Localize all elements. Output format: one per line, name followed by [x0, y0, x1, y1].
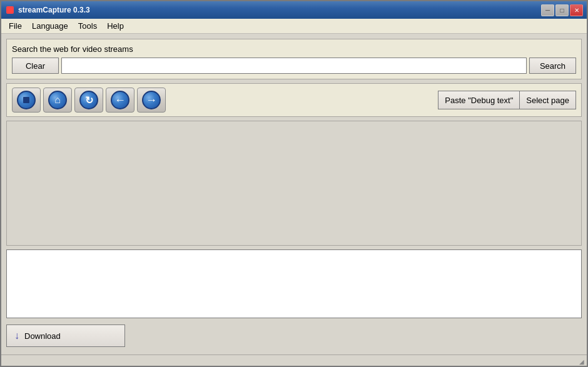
- stop-icon: [17, 91, 36, 109]
- back-icon: ←: [111, 91, 129, 109]
- download-section: ↓ Download: [6, 322, 582, 349]
- title-bar: streamCapture 0.3.3 ─ □ ✕: [1, 1, 587, 19]
- refresh-symbol: ↻: [85, 94, 93, 106]
- title-bar-left: streamCapture 0.3.3: [5, 5, 90, 15]
- select-page-button[interactable]: Select page: [520, 91, 576, 109]
- search-button[interactable]: Search: [529, 58, 576, 74]
- refresh-icon: ↻: [79, 91, 98, 109]
- menu-language[interactable]: Language: [27, 20, 73, 32]
- forward-symbol: →: [146, 94, 157, 107]
- title-bar-buttons: ─ □ ✕: [541, 4, 583, 16]
- home-icon: ⌂: [48, 91, 67, 109]
- menu-tools[interactable]: Tools: [73, 20, 102, 32]
- menu-help[interactable]: Help: [102, 20, 129, 32]
- window-title: streamCapture 0.3.3: [18, 6, 90, 14]
- search-row: Clear Search: [12, 58, 576, 74]
- toolbar-section: ⌂ ↻ ← →: [6, 83, 582, 117]
- back-button[interactable]: ←: [106, 88, 134, 113]
- download-icon: ↓: [14, 330, 19, 341]
- download-button[interactable]: ↓ Download: [6, 324, 125, 347]
- main-window: streamCapture 0.3.3 ─ □ ✕ File Language …: [0, 0, 588, 367]
- close-button[interactable]: ✕: [570, 4, 583, 16]
- back-symbol: ←: [114, 94, 126, 107]
- toolbar-right-buttons: Paste "Debug text" Select page: [438, 91, 576, 109]
- main-content: Search the web for video streams Clear S…: [1, 34, 587, 354]
- status-bar: ◢: [1, 354, 587, 366]
- app-icon: [5, 5, 15, 15]
- paste-debug-button[interactable]: Paste "Debug text": [438, 91, 520, 109]
- menu-file[interactable]: File: [4, 20, 27, 32]
- download-label: Download: [24, 331, 61, 341]
- stop-button[interactable]: [12, 88, 41, 113]
- forward-button[interactable]: →: [137, 88, 166, 113]
- stop-icon-square: [23, 97, 29, 103]
- search-section: Search the web for video streams Clear S…: [6, 39, 582, 79]
- toolbar-nav-buttons: ⌂ ↻ ← →: [12, 88, 166, 113]
- streams-list[interactable]: [6, 249, 582, 318]
- clear-button[interactable]: Clear: [12, 58, 59, 74]
- menu-bar: File Language Tools Help: [1, 19, 587, 34]
- restore-button[interactable]: □: [555, 4, 569, 16]
- minimize-button[interactable]: ─: [541, 4, 554, 16]
- app-icon-shape: [6, 6, 14, 14]
- house-symbol: ⌂: [54, 95, 61, 105]
- search-input[interactable]: [61, 58, 527, 74]
- resize-icon: ◢: [579, 359, 584, 365]
- forward-icon: →: [142, 91, 161, 109]
- search-label: Search the web for video streams: [12, 44, 576, 54]
- refresh-button[interactable]: ↻: [74, 88, 103, 113]
- browser-area: [6, 121, 582, 246]
- home-button[interactable]: ⌂: [43, 88, 72, 113]
- resize-grip[interactable]: ◢: [575, 356, 584, 365]
